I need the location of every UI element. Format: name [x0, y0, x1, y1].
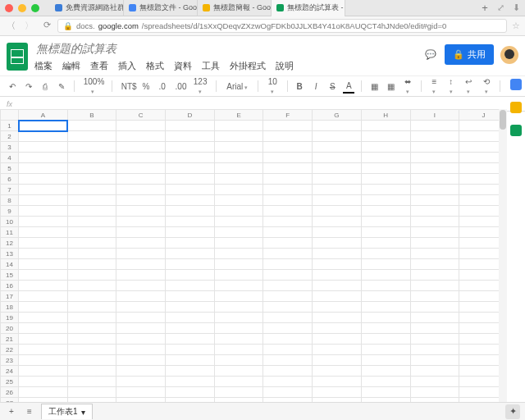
cell[interactable]: [410, 281, 459, 291]
cell[interactable]: [166, 249, 215, 259]
cell[interactable]: [67, 142, 116, 153]
cell[interactable]: [361, 238, 410, 249]
cell[interactable]: [116, 195, 166, 206]
cell[interactable]: [410, 131, 459, 142]
row-header[interactable]: 11: [1, 227, 19, 238]
cell[interactable]: [361, 217, 410, 227]
cell[interactable]: [214, 153, 263, 163]
print-button[interactable]: ⎙: [39, 80, 51, 93]
cell[interactable]: [19, 174, 68, 185]
cell[interactable]: [67, 270, 116, 281]
cell[interactable]: [361, 281, 410, 291]
cell[interactable]: [116, 323, 166, 334]
row-header[interactable]: 21: [1, 334, 19, 345]
cell[interactable]: [263, 270, 313, 281]
cell[interactable]: [214, 345, 263, 355]
browser-tab[interactable]: 無標題簡報 - Google 簡報: [198, 0, 272, 16]
cell[interactable]: [214, 291, 263, 302]
cell[interactable]: [361, 387, 410, 398]
cell[interactable]: [410, 217, 459, 227]
cell[interactable]: [166, 291, 215, 302]
cell[interactable]: [263, 387, 313, 398]
cell[interactable]: [214, 142, 263, 153]
cell[interactable]: [67, 313, 116, 323]
download-icon[interactable]: ⬇: [513, 2, 520, 13]
cell[interactable]: [214, 387, 263, 398]
column-header[interactable]: E: [214, 110, 263, 121]
fullscreen-icon[interactable]: ⤢: [497, 2, 504, 13]
cell[interactable]: [263, 366, 313, 377]
menu-item[interactable]: 說明: [276, 60, 294, 72]
cell[interactable]: [313, 131, 362, 142]
cell[interactable]: [19, 387, 68, 398]
add-sheet-button[interactable]: +: [5, 407, 18, 416]
reload-button[interactable]: ⟳: [41, 20, 52, 32]
cell[interactable]: [116, 153, 166, 163]
cell[interactable]: [214, 334, 263, 345]
cell[interactable]: [410, 238, 459, 249]
cell[interactable]: [410, 153, 459, 163]
cell[interactable]: [67, 377, 116, 387]
cell[interactable]: [166, 270, 215, 281]
sheet-tab-active[interactable]: 工作表1 ▾: [41, 404, 93, 419]
cell[interactable]: [166, 121, 215, 131]
cell[interactable]: [19, 249, 68, 259]
cell[interactable]: [263, 323, 313, 334]
cell[interactable]: [410, 313, 459, 323]
spreadsheet-grid[interactable]: ABCDEFGHIJ123456789101112131415161718192…: [0, 109, 507, 402]
cell[interactable]: [410, 142, 459, 153]
cell[interactable]: [214, 377, 263, 387]
cell[interactable]: [166, 334, 215, 345]
menu-item[interactable]: 編輯: [62, 60, 80, 72]
cell[interactable]: [19, 270, 68, 281]
cell[interactable]: [166, 366, 215, 377]
row-header[interactable]: 20: [1, 323, 19, 334]
cell[interactable]: [67, 195, 116, 206]
wrap-button[interactable]: ↩: [462, 75, 475, 97]
cell[interactable]: [263, 249, 313, 259]
cell[interactable]: [361, 334, 410, 345]
cell[interactable]: [116, 270, 166, 281]
percent-button[interactable]: %: [140, 80, 152, 93]
bold-button[interactable]: B: [294, 80, 305, 93]
cell[interactable]: [361, 153, 410, 163]
cell[interactable]: [410, 163, 459, 174]
cell[interactable]: [361, 121, 410, 131]
cell[interactable]: [67, 355, 116, 366]
cell[interactable]: [361, 227, 410, 238]
cell[interactable]: [214, 249, 263, 259]
cell[interactable]: [214, 195, 263, 206]
cell[interactable]: [214, 121, 263, 131]
cell[interactable]: [19, 345, 68, 355]
cell[interactable]: [410, 302, 459, 313]
column-header[interactable]: G: [313, 110, 362, 121]
cell[interactable]: [263, 153, 313, 163]
cell[interactable]: [116, 227, 166, 238]
row-header[interactable]: 16: [1, 281, 19, 291]
cell[interactable]: [313, 334, 362, 345]
cell[interactable]: [214, 131, 263, 142]
explore-button[interactable]: ✦: [505, 404, 520, 419]
cell[interactable]: [263, 334, 313, 345]
cell[interactable]: [410, 355, 459, 366]
cell[interactable]: [19, 131, 68, 142]
italic-button[interactable]: I: [310, 80, 322, 93]
menu-item[interactable]: 格式: [146, 60, 164, 72]
cell[interactable]: [116, 377, 166, 387]
cell[interactable]: [67, 345, 116, 355]
cell[interactable]: [19, 366, 68, 377]
cell[interactable]: [214, 270, 263, 281]
cell[interactable]: [313, 355, 362, 366]
cell[interactable]: [313, 323, 362, 334]
cell[interactable]: [166, 281, 215, 291]
cell[interactable]: [361, 270, 410, 281]
cell[interactable]: [410, 259, 459, 270]
cell[interactable]: [19, 377, 68, 387]
row-header[interactable]: 14: [1, 259, 19, 270]
cell[interactable]: [166, 163, 215, 174]
cell[interactable]: [67, 302, 116, 313]
cell[interactable]: [19, 142, 68, 153]
cell[interactable]: [67, 163, 116, 174]
merge-button[interactable]: ⬌: [401, 75, 414, 97]
menu-item[interactable]: 工具: [202, 60, 220, 72]
